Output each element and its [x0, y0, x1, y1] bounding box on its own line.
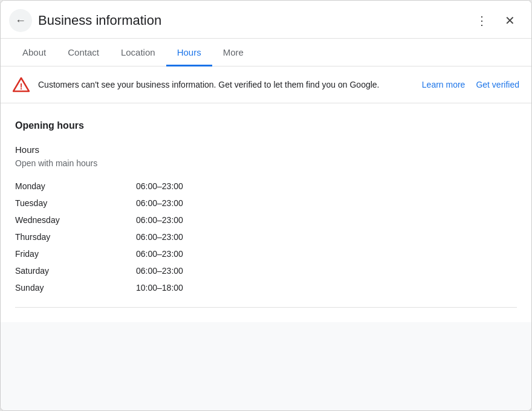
hours-sublabel: Open with main hours	[15, 158, 517, 168]
tab-more[interactable]: More	[212, 39, 255, 66]
hours-table: Monday06:00–23:00Tuesday06:00–23:00Wedne…	[15, 178, 517, 296]
more-options-icon: ⋮	[476, 13, 488, 28]
day-label: Saturday	[15, 262, 136, 279]
svg-text:!: !	[20, 82, 23, 91]
hours-value: 10:00–18:00	[136, 279, 517, 296]
table-row: Thursday06:00–23:00	[15, 228, 517, 245]
tab-about[interactable]: About	[11, 39, 57, 66]
table-row: Saturday06:00–23:00	[15, 262, 517, 279]
table-row: Friday06:00–23:00	[15, 245, 517, 262]
alert-message: Customers can't see your business inform…	[38, 79, 414, 91]
table-row: Sunday10:00–18:00	[15, 279, 517, 296]
hours-value: 06:00–23:00	[136, 228, 517, 245]
content-inner: Opening hours Hours Open with main hours…	[1, 103, 531, 322]
day-label: Friday	[15, 245, 136, 262]
tab-location[interactable]: Location	[110, 39, 166, 66]
table-row: Wednesday06:00–23:00	[15, 212, 517, 228]
header-actions: ⋮ ✕	[471, 10, 521, 31]
more-options-button[interactable]: ⋮	[471, 10, 493, 31]
alert-actions: Learn more Get verified	[422, 80, 519, 89]
back-button[interactable]: ←	[9, 9, 32, 32]
hours-value: 06:00–23:00	[136, 212, 517, 228]
content-area[interactable]: Opening hours Hours Open with main hours…	[1, 103, 531, 410]
alert-banner: ! Customers can't see your business info…	[1, 66, 531, 103]
hours-value: 06:00–23:00	[136, 245, 517, 262]
day-label: Monday	[15, 178, 136, 195]
close-icon: ✕	[505, 13, 515, 28]
day-label: Thursday	[15, 228, 136, 245]
hours-label: Hours	[15, 144, 517, 155]
close-button[interactable]: ✕	[499, 10, 521, 31]
day-label: Wednesday	[15, 212, 136, 228]
tab-hours[interactable]: Hours	[166, 39, 212, 66]
day-label: Sunday	[15, 279, 136, 296]
day-label: Tuesday	[15, 195, 136, 212]
table-row: Monday06:00–23:00	[15, 178, 517, 195]
section-title: Opening hours	[15, 120, 517, 131]
get-verified-link[interactable]: Get verified	[476, 80, 519, 89]
tab-bar: About Contact Location Hours More	[1, 39, 531, 66]
bottom-divider	[15, 307, 517, 308]
back-icon: ←	[15, 15, 26, 27]
tab-contact[interactable]: Contact	[57, 39, 110, 66]
hours-value: 06:00–23:00	[136, 178, 517, 195]
dialog-header: ← Business information ⋮ ✕	[1, 1, 531, 39]
hours-value: 06:00–23:00	[136, 195, 517, 212]
warning-icon: !	[13, 76, 30, 93]
learn-more-link[interactable]: Learn more	[422, 80, 465, 89]
page-title: Business information	[38, 13, 465, 28]
business-info-dialog: ← Business information ⋮ ✕ About Contact…	[0, 0, 532, 411]
hours-value: 06:00–23:00	[136, 262, 517, 279]
table-row: Tuesday06:00–23:00	[15, 195, 517, 212]
